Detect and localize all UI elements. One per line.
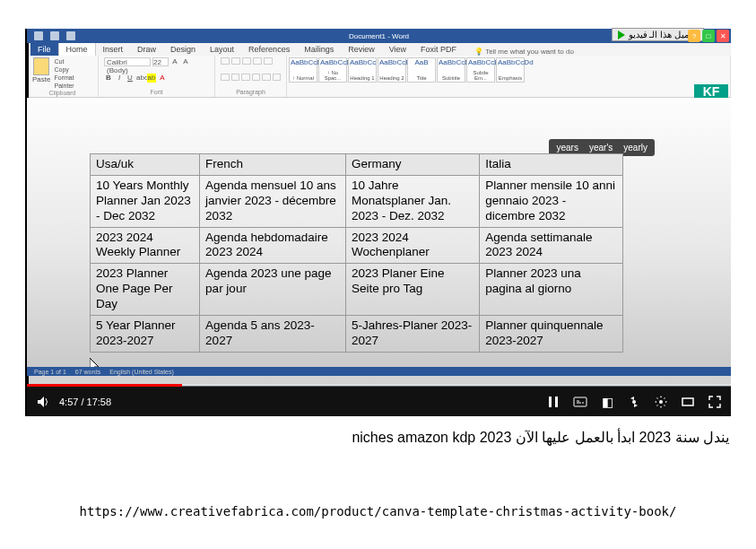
tab-design[interactable]: Design <box>163 43 203 56</box>
maximize-button[interactable]: □ <box>702 30 715 42</box>
table-cell[interactable]: Agenda 2023 une page par jour <box>200 264 346 316</box>
italic-button[interactable]: I <box>115 74 124 83</box>
style-swatch[interactable]: AaBbCcDdEmphasis <box>496 57 525 83</box>
table-cell[interactable]: Agenda mensuel 10 ans janvier 2023 - déc… <box>200 175 346 227</box>
tab-draw[interactable]: Draw <box>130 43 163 56</box>
style-swatch[interactable]: AaBTitle <box>407 57 436 83</box>
suggestion-1[interactable]: years <box>556 143 578 152</box>
numbering-button[interactable] <box>231 57 240 65</box>
language-indicator[interactable]: English (United States) <box>109 369 174 375</box>
table-cell[interactable]: 2023 Planer Eine Seite pro Tag <box>346 264 480 316</box>
underline-button[interactable]: U <box>126 74 135 83</box>
style-swatch[interactable]: AaBbCcHeading 1 <box>348 57 377 83</box>
style-swatch[interactable]: AaBbCcDSubtitle <box>437 57 465 83</box>
grow-font-button[interactable]: A <box>170 57 179 66</box>
close-button[interactable]: ✕ <box>717 30 729 42</box>
minimize-button[interactable]: ? <box>688 30 700 42</box>
theater-button[interactable] <box>681 395 695 409</box>
font-name-select[interactable]: Calibri (Body) <box>104 57 151 66</box>
borders-button[interactable] <box>273 74 282 81</box>
page-indicator[interactable]: Page 1 of 1 <box>34 369 66 375</box>
word-count[interactable]: 67 words <box>75 369 100 375</box>
tell-me-search[interactable]: 💡 Tell me what you want to do <box>474 48 574 56</box>
video-controls: 4:57 / 17:58 ◧ <box>27 387 731 416</box>
redo-icon[interactable] <box>66 31 75 40</box>
fullscreen-button[interactable] <box>708 395 722 409</box>
tab-home[interactable]: Home <box>58 42 96 56</box>
tab-references[interactable]: References <box>241 43 297 56</box>
align-right-button[interactable] <box>241 74 250 81</box>
undo-icon[interactable] <box>50 31 59 40</box>
justify-button[interactable] <box>252 74 261 81</box>
font-size-select[interactable]: 22 <box>152 57 169 66</box>
decrease-indent-button[interactable] <box>253 57 262 65</box>
table-header: Germany <box>346 154 480 176</box>
paste-button[interactable]: Paste <box>32 57 50 90</box>
video-title[interactable]: يندل سنة 2023 ابدأ بالعمل عليها الآن nic… <box>352 429 729 446</box>
table-cell[interactable]: 10 Jahre Monatsplaner Jan. 2023 - Dez. 2… <box>346 175 480 227</box>
font-color-button[interactable]: A <box>158 74 167 83</box>
table-cell[interactable]: 5-Jahres-Planer 2023-2027 <box>346 315 480 352</box>
table-row[interactable]: 5 Year Planner 2023-2027Agenda 5 ans 202… <box>91 315 623 352</box>
kf-logo: KF <box>694 84 728 99</box>
save-icon[interactable] <box>34 31 43 40</box>
paragraph-group: Paragraph <box>215 56 287 97</box>
ribbon-body: Paste Cut Copy Format Painter Clipboard … <box>27 56 731 98</box>
shading-button[interactable] <box>262 74 271 81</box>
table-cell[interactable]: 2023 2024 Wochenplaner <box>346 227 480 264</box>
table-cell[interactable]: 2023 2024 Weekly Planner <box>91 227 200 264</box>
table-row[interactable]: 2023 Planner One Page Per DayAgenda 2023… <box>91 264 623 316</box>
multilevel-button[interactable] <box>242 57 251 65</box>
table-cell[interactable]: Agenda settimanale 2023 2024 <box>480 227 623 264</box>
captions-button[interactable] <box>573 395 587 409</box>
bold-button[interactable]: B <box>104 74 113 83</box>
video-time: 4:57 / 17:58 <box>59 396 111 407</box>
table-cell[interactable]: Planner 2023 una pagina al giorno <box>480 264 623 316</box>
format-painter-button[interactable]: Format Painter <box>54 74 92 90</box>
suggestion-3[interactable]: yearly <box>623 143 647 152</box>
tab-layout[interactable]: Layout <box>203 43 241 56</box>
increase-indent-button[interactable] <box>264 57 273 65</box>
style-swatch[interactable]: AaBbCcDd↑ Normal <box>289 57 317 83</box>
table-cell[interactable]: 2023 Planner One Page Per Day <box>91 264 200 316</box>
volume-button[interactable] <box>36 395 50 409</box>
tab-mailings[interactable]: Mailings <box>297 43 341 56</box>
table-cell[interactable]: Agenda hebdomadaire 2023 2024 <box>200 227 346 264</box>
table-row[interactable]: 10 Years Monthly Planner Jan 2023 - Dec … <box>91 175 623 227</box>
tab-foxit[interactable]: Foxit PDF <box>413 43 464 56</box>
pip-button[interactable] <box>627 395 641 409</box>
clipboard-group: Paste Cut Copy Format Painter Clipboard <box>27 56 99 97</box>
svg-rect-2 <box>574 397 587 406</box>
table-row[interactable]: 2023 2024 Weekly PlannerAgenda hebdomada… <box>91 227 623 264</box>
bullets-button[interactable] <box>221 57 230 65</box>
tab-review[interactable]: Review <box>341 43 382 56</box>
word-titlebar: Document1 - Word تحميل هذا الـ فيديو ? □… <box>27 29 731 43</box>
table-cell[interactable]: Planner mensile 10 anni gennaio 2023 - d… <box>480 175 623 227</box>
tab-view[interactable]: View <box>382 43 413 56</box>
style-swatch[interactable]: AaBbCcDdSubtle Em... <box>466 57 495 83</box>
table-cell[interactable]: 5 Year Planner 2023-2027 <box>91 315 200 352</box>
suggestion-2[interactable]: year's <box>589 143 613 152</box>
align-center-button[interactable] <box>231 74 240 81</box>
document-area[interactable]: years year's yearly Usa/ukFrenchGermanyI… <box>27 98 731 376</box>
highlight-button[interactable]: ab <box>147 74 156 83</box>
shrink-font-button[interactable]: A <box>181 57 190 66</box>
settings-button[interactable] <box>654 395 668 409</box>
align-left-button[interactable] <box>221 74 230 81</box>
quality-button[interactable]: ◧ <box>600 395 614 409</box>
quick-access-toolbar[interactable] <box>27 31 75 40</box>
tab-insert[interactable]: Insert <box>96 43 131 56</box>
planner-table[interactable]: Usa/ukFrenchGermanyItalia 10 Years Month… <box>90 153 623 353</box>
table-cell[interactable]: Planner quinquennale 2023-2027 <box>480 315 623 352</box>
table-cell[interactable]: Agenda 5 ans 2023-2027 <box>200 315 346 352</box>
copy-button[interactable]: Copy <box>54 65 92 74</box>
font-group: Calibri (Body) 22 A A B I U abc ab A Fon… <box>99 56 215 97</box>
cut-button[interactable]: Cut <box>54 57 92 65</box>
style-swatch[interactable]: AaBbCcEHeading 2 <box>378 57 406 83</box>
style-swatch[interactable]: AaBbCcDd↑ No Spac... <box>318 57 347 83</box>
table-cell[interactable]: 10 Years Monthly Planner Jan 2023 - Dec … <box>91 175 200 227</box>
pause-button[interactable] <box>546 395 560 409</box>
tab-file[interactable]: File <box>30 43 58 56</box>
strike-button[interactable]: abc <box>136 74 145 83</box>
svg-point-4 <box>659 400 663 404</box>
